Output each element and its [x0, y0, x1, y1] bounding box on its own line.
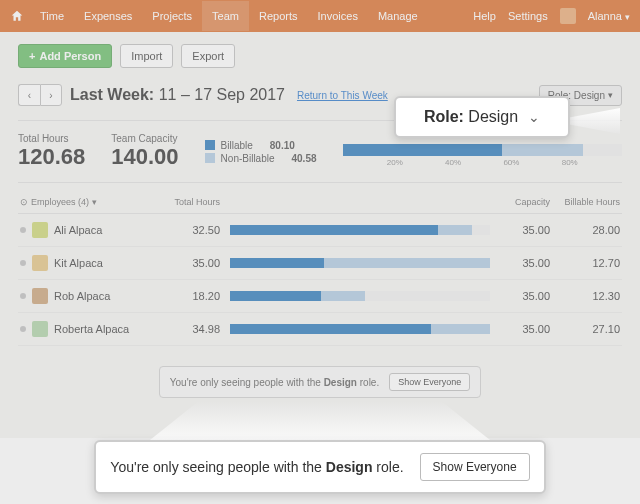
- table-row[interactable]: Ali Alpaca32.5035.0028.00: [18, 214, 622, 247]
- employee-name: Roberta Alpaca: [54, 323, 129, 335]
- nav-settings[interactable]: Settings: [508, 10, 548, 22]
- employee-name: Ali Alpaca: [54, 224, 102, 236]
- hours-bar: [230, 258, 490, 268]
- nav-manage[interactable]: Manage: [368, 1, 428, 31]
- avatar: [32, 288, 48, 304]
- chevron-down-icon: ⌄: [528, 109, 540, 125]
- total-hours-metric: Total Hours 120.68: [18, 133, 85, 170]
- billable-hours: 27.10: [550, 323, 620, 335]
- nav-expenses[interactable]: Expenses: [74, 1, 142, 31]
- hours-legend: Billable80.10 Non-Billable40.58: [205, 138, 317, 166]
- capacity: 35.00: [500, 257, 550, 269]
- total-hours: 18.20: [170, 290, 220, 302]
- billable-hours: 28.00: [550, 224, 620, 236]
- nav-projects[interactable]: Projects: [142, 1, 202, 31]
- show-everyone-button-callout[interactable]: Show Everyone: [420, 453, 530, 481]
- import-button[interactable]: Import: [120, 44, 173, 68]
- total-hours: 34.98: [170, 323, 220, 335]
- billable-hours: 12.30: [550, 290, 620, 302]
- hours-bar: [230, 291, 490, 301]
- summary-bar: 20% 40% 60% 80%: [343, 138, 622, 166]
- avatar[interactable]: [560, 8, 576, 24]
- nav-reports[interactable]: Reports: [249, 1, 308, 31]
- user-menu[interactable]: Alanna ▾: [588, 10, 630, 22]
- export-button[interactable]: Export: [181, 44, 235, 68]
- avatar: [32, 255, 48, 271]
- nav-team[interactable]: Team: [202, 1, 249, 31]
- home-icon[interactable]: [10, 9, 24, 23]
- nav-invoices[interactable]: Invoices: [308, 1, 368, 31]
- show-everyone-button[interactable]: Show Everyone: [389, 373, 470, 391]
- hours-bar: [230, 324, 490, 334]
- table-header: ⊙ Employees (4) ▾ Total Hours Capacity B…: [18, 191, 622, 214]
- hours-bar: [230, 225, 490, 235]
- nav-time[interactable]: Time: [30, 1, 74, 31]
- total-hours: 32.50: [170, 224, 220, 236]
- week-label: Last Week: 11 – 17 Sep 2017: [70, 86, 285, 104]
- table-row[interactable]: Kit Alpaca35.0035.0012.70: [18, 247, 622, 280]
- nav-help[interactable]: Help: [473, 10, 496, 22]
- capacity: 35.00: [500, 290, 550, 302]
- avatar: [32, 222, 48, 238]
- week-stepper: ‹ ›: [18, 84, 62, 106]
- capacity: 35.00: [500, 323, 550, 335]
- team-capacity-metric: Team Capacity 140.00: [111, 133, 178, 170]
- filter-notice-bar: You're only seeing people with the Desig…: [159, 366, 482, 398]
- filter-notice-callout: You're only seeing people with the Desig…: [94, 440, 546, 494]
- top-navbar: TimeExpensesProjectsTeamReportsInvoicesM…: [0, 0, 640, 32]
- filter-notice-text: You're only seeing people with the Desig…: [110, 459, 403, 475]
- avatar: [32, 321, 48, 337]
- prev-week-button[interactable]: ‹: [18, 84, 40, 106]
- next-week-button[interactable]: ›: [40, 84, 62, 106]
- employee-name: Kit Alpaca: [54, 257, 103, 269]
- employee-name: Rob Alpaca: [54, 290, 110, 302]
- employees-sort[interactable]: ⊙ Employees (4) ▾: [20, 197, 170, 207]
- table-row[interactable]: Rob Alpaca18.2035.0012.30: [18, 280, 622, 313]
- capacity: 35.00: [500, 224, 550, 236]
- billable-hours: 12.70: [550, 257, 620, 269]
- table-row[interactable]: Roberta Alpaca34.9835.0027.10: [18, 313, 622, 346]
- role-filter-callout[interactable]: Role: Design⌄: [394, 96, 570, 138]
- total-hours: 35.00: [170, 257, 220, 269]
- return-this-week-link[interactable]: Return to This Week: [297, 90, 388, 101]
- add-person-button[interactable]: Add Person: [18, 44, 112, 68]
